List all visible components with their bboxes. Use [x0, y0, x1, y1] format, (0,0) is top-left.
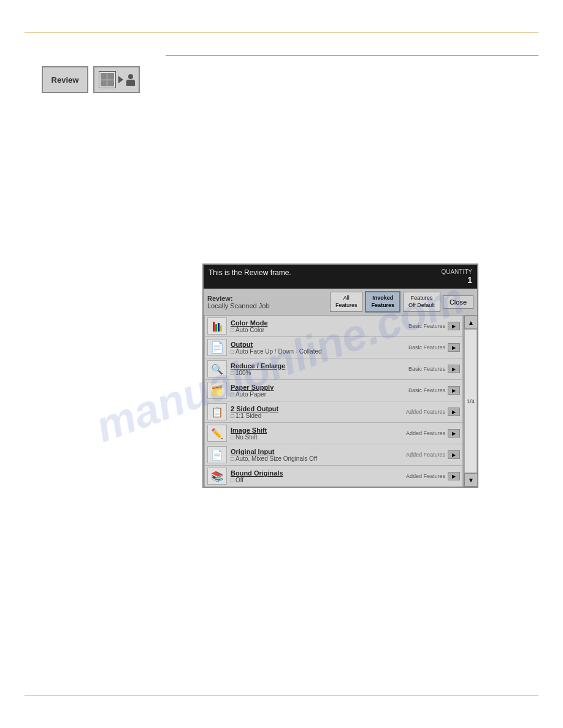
- paper-supply-content: Paper Supply Auto Paper: [231, 384, 402, 398]
- image-shift-category: Added Features: [402, 430, 445, 436]
- original-input-content: Original Input Auto, Mixed Size Original…: [231, 448, 402, 462]
- color-mode-name: Color Mode: [231, 319, 402, 327]
- scroll-up-button[interactable]: ▲: [464, 316, 478, 329]
- original-input-arrow: ▶: [448, 450, 460, 459]
- paper-supply-icon: 🗂️: [207, 382, 227, 399]
- top-line2: [166, 55, 538, 56]
- 2sided-arrow: ▶: [448, 408, 460, 416]
- paper-supply-glyph: 🗂️: [211, 385, 223, 396]
- feature-row-color-mode[interactable]: Color Mode Auto Color Basic Features ▶: [205, 316, 462, 337]
- paper-supply-category: Basic Features: [402, 387, 445, 393]
- output-value: Auto Face Up / Down - Collated: [231, 348, 402, 355]
- image-shift-content: Image Shift No Shift: [231, 427, 402, 441]
- icon-btn-inner: [99, 71, 135, 88]
- output-icon-glyph: 📄: [210, 341, 224, 354]
- color-mode-value: Auto Color: [231, 327, 402, 333]
- 2sided-content: 2 Sided Output 1:1 Sided: [231, 405, 402, 419]
- scroll-down-button[interactable]: ▼: [464, 473, 478, 487]
- bound-originals-icon: 📚: [207, 468, 227, 485]
- review-dialog: This is the Review frame. QUANTITY 1 Rev…: [202, 264, 478, 488]
- bound-originals-glyph: 📚: [211, 471, 223, 482]
- original-input-glyph: 📄: [211, 449, 223, 461]
- color-mode-arrow: ▶: [448, 322, 460, 330]
- arrow-right-icon: [118, 76, 123, 83]
- original-input-category: Added Features: [402, 452, 445, 458]
- quantity-value: 1: [441, 275, 472, 285]
- toolbar-label: Review: Locally Scanned Job: [207, 295, 327, 309]
- feature-row-bound-originals[interactable]: 📚 Bound Originals Off Added Features ▶: [205, 466, 462, 487]
- 2sided-glyph: 📋: [211, 406, 223, 418]
- person-head-icon: [128, 74, 133, 79]
- tab-all-features[interactable]: All Features: [330, 292, 363, 312]
- image-shift-value: No Shift: [231, 434, 402, 441]
- bound-originals-value: Off: [231, 477, 402, 483]
- output-name: Output: [231, 341, 402, 348]
- feature-row-paper-supply[interactable]: 🗂️ Paper Supply Auto Paper Basic Feature…: [205, 380, 462, 401]
- feature-list: Color Mode Auto Color Basic Features ▶ 📄…: [204, 316, 464, 487]
- feature-list-wrap: Color Mode Auto Color Basic Features ▶ 📄…: [204, 316, 464, 487]
- original-input-value: Auto, Mixed Size Originals Off: [231, 455, 402, 462]
- paper-supply-arrow: ▶: [448, 386, 460, 395]
- grid-icon: [99, 71, 116, 88]
- reduce-enlarge-category: Basic Features: [402, 366, 445, 372]
- output-content: Output Auto Face Up / Down - Collated: [231, 341, 402, 355]
- close-button[interactable]: Close: [443, 295, 473, 309]
- 2sided-category: Added Features: [402, 409, 445, 415]
- bottom-line: [25, 696, 538, 696]
- bound-originals-content: Bound Originals Off: [231, 469, 402, 483]
- original-input-icon: 📄: [207, 446, 227, 463]
- dialog-header: This is the Review frame. QUANTITY 1: [204, 265, 477, 289]
- paper-supply-value: Auto Paper: [231, 391, 402, 398]
- 2sided-value: 1:1 Sided: [231, 412, 402, 419]
- job-label: Locally Scanned Job: [207, 302, 327, 309]
- scrollbar: ▲ 1/4 ▼: [464, 316, 477, 487]
- color-mode-category: Basic Features: [402, 323, 445, 329]
- image-shift-arrow: ▶: [448, 429, 460, 438]
- person-body-icon: [126, 80, 135, 86]
- dialog-title: This is the Review frame.: [209, 268, 291, 277]
- icon-button[interactable]: [93, 66, 140, 93]
- review-button[interactable]: Review: [42, 66, 88, 93]
- output-category: Basic Features: [402, 344, 445, 351]
- reduce-enlarge-icon: 🔍: [207, 360, 227, 377]
- top-line: [25, 32, 538, 32]
- feature-row-image-shift[interactable]: ✏️ Image Shift No Shift Added Features ▶: [205, 423, 462, 444]
- paper-supply-name: Paper Supply: [231, 384, 402, 391]
- output-arrow: ▶: [448, 343, 460, 352]
- color-mode-content: Color Mode Auto Color: [231, 319, 402, 333]
- 2sided-name: 2 Sided Output: [231, 405, 402, 412]
- color-mode-icon: [207, 317, 227, 335]
- feature-row-output[interactable]: 📄 Output Auto Face Up / Down - Collated …: [205, 337, 462, 358]
- tab-invoked-features[interactable]: Invoked Features: [365, 291, 400, 313]
- bound-originals-name: Bound Originals: [231, 469, 402, 477]
- tab-features-off-default[interactable]: Features Off Default: [403, 292, 440, 312]
- bound-originals-arrow: ▶: [448, 472, 460, 480]
- reduce-enlarge-arrow: ▶: [448, 365, 460, 373]
- feature-row-reduce-enlarge[interactable]: 🔍 Reduce / Enlarge 100% Basic Features ▶: [205, 358, 462, 380]
- feature-row-original-input[interactable]: 📄 Original Input Auto, Mixed Size Origin…: [205, 444, 462, 466]
- image-shift-glyph: ✏️: [211, 428, 223, 439]
- scroll-track: 1/4: [464, 329, 477, 473]
- quantity-label: QUANTITY: [441, 268, 472, 275]
- reduce-enlarge-value: 100%: [231, 370, 402, 376]
- dialog-header-right: QUANTITY 1: [441, 268, 472, 285]
- image-shift-icon: ✏️: [207, 425, 227, 442]
- original-input-name: Original Input: [231, 448, 402, 455]
- reduce-enlarge-content: Reduce / Enlarge 100%: [231, 362, 402, 376]
- review-label: Review:: [207, 295, 327, 302]
- scroll-page-indicator: 1/4: [467, 398, 475, 404]
- reduce-enlarge-name: Reduce / Enlarge: [231, 362, 402, 370]
- output-icon: 📄: [207, 339, 227, 356]
- 2sided-icon: 📋: [207, 403, 227, 420]
- bound-originals-category: Added Features: [402, 473, 445, 479]
- button-area: Review: [42, 66, 140, 93]
- reduce-enlarge-glyph: 🔍: [211, 363, 223, 375]
- image-shift-name: Image Shift: [231, 427, 402, 434]
- dialog-toolbar: Review: Locally Scanned Job All Features…: [204, 289, 477, 316]
- feature-row-2sided[interactable]: 📋 2 Sided Output 1:1 Sided Added Feature…: [205, 401, 462, 423]
- dialog-body: Color Mode Auto Color Basic Features ▶ 📄…: [204, 316, 477, 487]
